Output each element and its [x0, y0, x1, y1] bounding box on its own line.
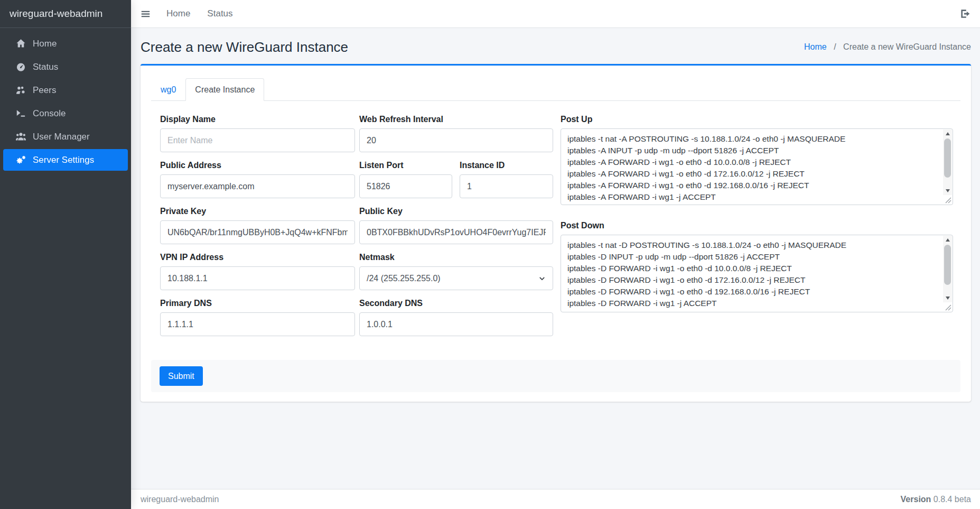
- page-title: Create a new WireGuard Instance: [141, 38, 348, 57]
- secondary-dns-label: Secondary DNS: [359, 298, 553, 308]
- resize-grip-icon[interactable]: [944, 303, 952, 311]
- main-area: Home Status Create a new WireGuard Insta…: [131, 0, 980, 509]
- topnav-link-status[interactable]: Status: [199, 8, 241, 19]
- sidebar-item-label: Server Settings: [33, 155, 94, 165]
- post-up-text: iptables -t nat -A POSTROUTING -s 10.188…: [561, 132, 941, 202]
- scroll-down-arrow-icon[interactable]: [943, 187, 952, 195]
- brand-link[interactable]: wireguard-webadmin: [0, 0, 131, 28]
- sidebar-item-status[interactable]: Status: [3, 56, 128, 78]
- content-area: Create a new WireGuard Instance Home / C…: [131, 28, 980, 489]
- sidebar-item-label: Peers: [33, 85, 56, 96]
- breadcrumb: Home / Create a new WireGuard Instance: [804, 42, 971, 52]
- post-up-scrollbar[interactable]: [943, 129, 952, 195]
- instance-form: Display Name Web Refresh Interval Public…: [151, 101, 960, 344]
- public-key-label: Public Key: [359, 206, 553, 216]
- web-refresh-interval-label: Web Refresh Interval: [359, 114, 553, 124]
- tab-create-instance[interactable]: Create Instance: [185, 78, 264, 101]
- sidebar-item-label: Console: [33, 108, 66, 119]
- sidebar-item-console[interactable]: Console: [3, 103, 128, 124]
- secondary-dns-input[interactable]: [359, 312, 553, 336]
- instance-id-label: Instance ID: [460, 160, 553, 170]
- form-footer: Submit: [151, 360, 960, 392]
- public-key-input[interactable]: [359, 220, 553, 244]
- sign-out-icon[interactable]: [960, 8, 970, 19]
- sidebar-item-label: Status: [33, 62, 58, 72]
- private-key-input[interactable]: [160, 220, 355, 244]
- display-name-label: Display Name: [160, 114, 355, 124]
- user-manager-users-icon: [16, 132, 26, 142]
- breadcrumb-current: Create a new WireGuard Instance: [843, 42, 971, 51]
- netmask-selected-value: /24 (255.255.255.0): [367, 274, 441, 283]
- web-refresh-interval-input[interactable]: [359, 128, 553, 152]
- form-right-column: Post Up iptables -t nat -A POSTROUTING -…: [561, 114, 953, 344]
- sidebar-item-home[interactable]: Home: [3, 33, 128, 54]
- resize-grip-icon[interactable]: [944, 196, 952, 204]
- status-gauge-icon: [16, 62, 26, 72]
- scroll-down-arrow-icon[interactable]: [943, 294, 952, 302]
- netmask-label: Netmask: [359, 252, 553, 262]
- content-header: Create a new WireGuard Instance Home / C…: [131, 28, 980, 64]
- sidebar-item-label: Home: [33, 39, 57, 49]
- submit-button[interactable]: Submit: [160, 366, 203, 386]
- hamburger-menu-icon[interactable]: [141, 9, 151, 19]
- console-terminal-icon: [16, 108, 26, 118]
- primary-dns-input[interactable]: [160, 312, 355, 336]
- public-address-input[interactable]: [160, 174, 355, 198]
- form-left-columns: Display Name Web Refresh Interval Public…: [160, 114, 553, 344]
- top-navbar: Home Status: [131, 0, 980, 28]
- vpn-ip-input[interactable]: [160, 266, 355, 290]
- create-instance-card: wg0 Create Instance Display Name Web Ref…: [141, 64, 971, 402]
- breadcrumb-home-link[interactable]: Home: [804, 42, 827, 51]
- instance-tabs: wg0 Create Instance: [151, 78, 960, 101]
- sidebar-item-server-settings[interactable]: Server Settings: [3, 149, 128, 171]
- scroll-up-arrow-icon[interactable]: [943, 129, 952, 138]
- footer-version: Version 0.8.4 beta: [901, 495, 971, 504]
- scroll-up-arrow-icon[interactable]: [943, 236, 952, 244]
- page-footer: wireguard-webadmin Version 0.8.4 beta: [131, 489, 980, 509]
- home-icon: [16, 39, 26, 49]
- breadcrumb-separator: /: [834, 42, 836, 51]
- sidebar-item-peers[interactable]: Peers: [3, 79, 128, 101]
- peers-users-gear-icon: [16, 85, 26, 95]
- vpn-ip-label: VPN IP Address: [160, 252, 355, 262]
- tab-wg0[interactable]: wg0: [151, 78, 185, 101]
- netmask-select[interactable]: /24 (255.255.255.0): [359, 266, 553, 290]
- public-address-label: Public Address: [160, 160, 355, 170]
- server-settings-gears-icon: [16, 155, 26, 165]
- private-key-label: Private Key: [160, 206, 355, 216]
- scrollbar-thumb[interactable]: [944, 245, 951, 285]
- primary-dns-label: Primary DNS: [160, 298, 355, 308]
- chevron-down-icon: [538, 275, 546, 282]
- sidebar-item-label: User Manager: [33, 132, 90, 142]
- post-down-scrollbar[interactable]: [943, 236, 952, 302]
- sidebar-nav: Home Status Peers Console User Manager: [0, 28, 131, 177]
- scrollbar-thumb[interactable]: [944, 138, 951, 178]
- display-name-input[interactable]: [160, 128, 355, 152]
- footer-brand: wireguard-webadmin: [141, 495, 219, 504]
- sidebar: wireguard-webadmin Home Status Peers Con…: [0, 0, 131, 509]
- topnav-link-home[interactable]: Home: [158, 8, 199, 19]
- listen-port-label: Listen Port: [359, 160, 452, 170]
- post-down-text: iptables -t nat -D POSTROUTING -s 10.188…: [561, 238, 941, 310]
- instance-id-input[interactable]: [460, 174, 553, 198]
- post-up-label: Post Up: [561, 114, 953, 124]
- brand-text: wireguard-webadmin: [10, 8, 102, 20]
- listen-port-input[interactable]: [359, 174, 452, 198]
- sidebar-item-user-manager[interactable]: User Manager: [3, 126, 128, 147]
- post-down-textarea[interactable]: iptables -t nat -D POSTROUTING -s 10.188…: [561, 235, 953, 312]
- post-up-textarea[interactable]: iptables -t nat -A POSTROUTING -s 10.188…: [561, 128, 953, 205]
- post-down-label: Post Down: [561, 220, 953, 230]
- version-label: Version: [901, 495, 931, 504]
- version-value: 0.8.4 beta: [934, 495, 971, 504]
